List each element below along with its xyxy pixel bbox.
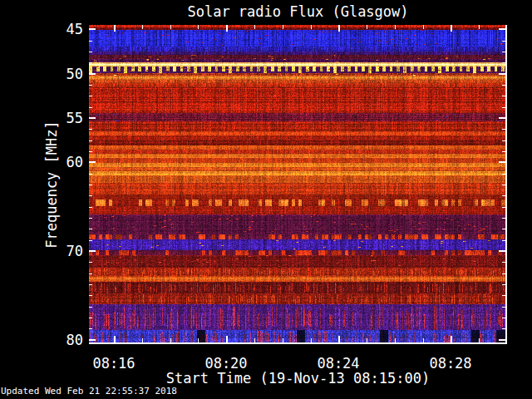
y-tick-label-50: 50 — [48, 66, 83, 81]
x-tick-label-0828: 08:28 — [416, 355, 485, 372]
y-tick-label-55: 55 — [48, 111, 83, 126]
x-tick-label-0820: 08:20 — [191, 355, 261, 372]
y-tick-label-80: 80 — [48, 332, 83, 347]
spectrogram-plot — [89, 25, 507, 344]
y-tick-label-60: 60 — [48, 155, 83, 170]
page-title: Solar radio Flux (Glasgow) — [89, 3, 507, 20]
x-axis-label: Start Time (19-Nov-13 08:15:00) — [89, 370, 507, 387]
x-tick-label-0824: 08:24 — [303, 355, 373, 372]
updated-timestamp: Updated Wed Feb 21 22:55:37 2018 — [1, 386, 177, 397]
spectrogram-window: Solar radio Flux (Glasgow) Frequency [MH… — [0, 0, 532, 399]
y-tick-label-45: 45 — [48, 22, 83, 37]
x-tick-label-0816: 08:16 — [79, 355, 149, 372]
y-axis-label: Frequency [MHz] — [43, 121, 60, 249]
y-tick-label-70: 70 — [48, 244, 83, 259]
